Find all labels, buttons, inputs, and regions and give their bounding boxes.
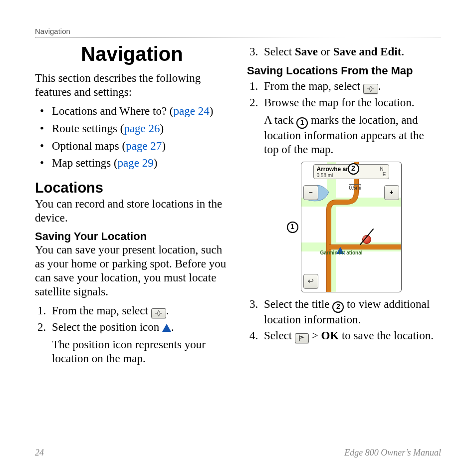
right-column: Select Save or Save and Edit. Saving Loc… (247, 43, 441, 368)
map-scale: 0.5mi (349, 184, 361, 191)
bullet-route-settings: Route settings (page 26) (35, 122, 229, 136)
saving-your-location-heading: Saving Your Location (35, 230, 229, 243)
link-page-24[interactable]: page 24 (174, 105, 210, 117)
ok-label: OK (321, 329, 339, 342)
page-footer: 24 Edge 800 Owner’s Manual (35, 448, 441, 458)
two-column-layout: Navigation This section describes the fo… (35, 43, 441, 368)
map-cursor-icon (151, 308, 166, 318)
step-from-map-select: From the map, select . (49, 304, 229, 318)
tack-note: A tack 1 marks the location, and locatio… (264, 113, 441, 157)
link-page-29[interactable]: page 29 (118, 157, 154, 169)
save-and-edit-label: Save and Edit (333, 45, 402, 58)
callout-2-inline: 2 (332, 301, 344, 313)
map-figure: 1 2 Arrowhe ark 0.58 mi N E (287, 162, 402, 292)
callout-2: 2 (348, 163, 359, 175)
svg-marker-3 (369, 86, 372, 92)
saving-your-location-body: You can save your present location, such… (35, 243, 229, 299)
step-browse-map: Browse the map for the location. A tack … (261, 96, 441, 157)
running-header: Navigation (35, 27, 441, 38)
svg-marker-0 (157, 310, 160, 316)
locations-body: You can record and store locations in th… (35, 197, 229, 225)
bullet-map-settings: Map settings (page 29) (35, 156, 229, 171)
position-triangle-icon (162, 324, 171, 332)
callout-1: 1 (287, 222, 298, 233)
step-select-position-icon: Select the position icon . The position … (49, 320, 229, 366)
document-title: Edge 800 Owner’s Manual (344, 448, 441, 458)
callout-1-inline: 1 (296, 117, 308, 129)
zoom-out-button[interactable]: − (303, 185, 318, 200)
position-icon-note: The position icon represents your locati… (52, 338, 229, 366)
step-map-select-cursor: From the map, select . (261, 79, 441, 94)
map-cursor-icon (363, 84, 378, 94)
feature-bullet-list: Locations and Where to? (page 24) Route … (35, 104, 229, 171)
locations-heading: Locations (35, 180, 229, 196)
bullet-optional-maps: Optional maps (page 27) (35, 139, 229, 154)
saving-from-map-steps: From the map, select . Browse the map fo… (247, 79, 441, 157)
location-pin-icon (362, 235, 371, 244)
save-flag-icon (295, 333, 309, 343)
continued-steps: Select Save or Save and Edit. (247, 45, 441, 59)
saving-from-map-steps-continued: Select the title 2 to view additional lo… (247, 297, 441, 344)
saving-from-map-heading: Saving Locations From the Map (247, 64, 441, 77)
section-title: Navigation (35, 43, 229, 65)
intro-paragraph: This section describes the following fea… (35, 71, 229, 99)
poi-label: Garmin Int ational (320, 250, 363, 255)
compass-icon: N E (380, 166, 386, 177)
left-column: Navigation This section describes the fo… (35, 43, 229, 368)
back-button[interactable]: ↩ (303, 274, 318, 289)
step-select-title: Select the title 2 to view additional lo… (261, 297, 441, 327)
step-select-ok: Select > OK to save the location. (261, 329, 441, 343)
saving-your-location-steps: From the map, select . Select the positi… (35, 304, 229, 366)
link-page-26[interactable]: page 26 (124, 122, 160, 135)
step-select-save: Select Save or Save and Edit. (261, 45, 441, 59)
bullet-locations: Locations and Where to? (page 24) (35, 104, 229, 119)
link-page-27[interactable]: page 27 (126, 140, 162, 152)
zoom-in-button[interactable]: + (384, 185, 399, 200)
save-label: Save (295, 45, 318, 58)
page-number: 24 (35, 448, 44, 458)
map-screenshot: Arrowhe ark 0.58 mi N E 0.5mi − + ↩ Garm… (301, 162, 402, 292)
